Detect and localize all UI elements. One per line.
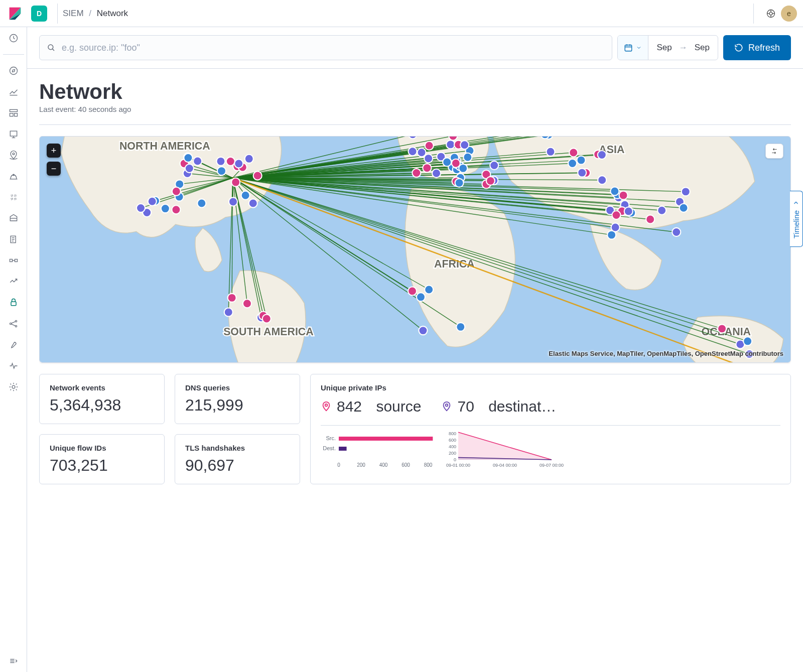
svg-point-210	[672, 228, 681, 236]
nav-recent-icon[interactable]	[8, 32, 20, 44]
svg-marker-11	[12, 70, 15, 72]
space-initial: D	[37, 10, 42, 18]
nav-infra-icon[interactable]	[8, 191, 20, 203]
map-layers-button[interactable]	[765, 144, 783, 159]
svg-point-217	[612, 211, 620, 219]
nav-discover-icon[interactable]	[8, 65, 20, 77]
stat-label: Unique flow IDs	[50, 444, 154, 452]
stat-label: TLS handshakes	[185, 444, 290, 452]
nav-siem-icon[interactable]	[8, 297, 20, 309]
separator	[753, 4, 754, 24]
svg-rect-15	[10, 131, 17, 136]
zoom-in-button[interactable]: +	[47, 144, 61, 158]
svg-point-171	[172, 205, 180, 214]
layers-icon	[770, 148, 779, 155]
query-bar: Sep → Sep Refresh	[27, 27, 803, 69]
svg-point-189	[424, 154, 433, 163]
svg-point-161	[184, 154, 192, 162]
nav-visualize-icon[interactable]	[8, 86, 20, 98]
svg-point-216	[624, 207, 633, 216]
pin-icon	[441, 401, 452, 412]
svg-point-162	[185, 164, 194, 173]
separator	[3, 54, 24, 55]
date-range[interactable]: Sep → Sep	[648, 43, 718, 53]
svg-point-227	[598, 176, 606, 184]
svg-point-240	[417, 293, 425, 301]
svg-line-38	[11, 324, 15, 326]
svg-point-239	[425, 285, 433, 294]
svg-point-225	[577, 156, 585, 165]
svg-rect-45	[625, 45, 632, 51]
breadcrumb-root[interactable]: SIEM	[63, 9, 84, 18]
timeline-flyout-tab[interactable]: Timeline	[790, 191, 803, 247]
svg-rect-14	[14, 113, 17, 116]
svg-point-229	[598, 151, 606, 159]
svg-point-220	[680, 204, 688, 212]
top-chrome: D SIEM / Network e	[0, 0, 803, 27]
ip-dest-count: 70	[457, 398, 474, 415]
date-from: Sep	[656, 43, 672, 53]
stat-value: 5,364,938	[50, 396, 154, 415]
zoom-out-button[interactable]: −	[47, 162, 61, 176]
stat-label: DNS queries	[185, 383, 290, 392]
nav-management-icon[interactable]	[8, 381, 20, 393]
help-icon[interactable]	[761, 4, 781, 24]
svg-point-234	[224, 308, 233, 316]
nav-graph-icon[interactable]	[8, 318, 20, 330]
map-label-na: NORTH AMERICA	[119, 140, 210, 152]
nav-logs-icon[interactable]	[8, 212, 20, 224]
svg-text:600: 600	[401, 462, 410, 468]
svg-point-35	[15, 320, 17, 322]
svg-point-237	[419, 326, 427, 335]
nav-metrics-icon[interactable]	[8, 276, 20, 288]
calendar-icon	[624, 43, 633, 52]
svg-point-202	[490, 161, 498, 170]
svg-point-193	[409, 147, 417, 156]
svg-point-172	[449, 136, 457, 141]
svg-point-192	[425, 142, 434, 150]
space-selector[interactable]: D	[31, 6, 47, 22]
nav-uptime-icon[interactable]	[8, 254, 20, 266]
svg-point-232	[262, 314, 271, 323]
date-quick-select[interactable]	[618, 36, 648, 60]
svg-rect-256	[339, 437, 433, 441]
svg-point-238	[408, 287, 417, 295]
svg-point-157	[226, 157, 235, 166]
network-map[interactable]: NORTH AMERICA SOUTH AMERICA AFRICA ASIA …	[39, 136, 791, 363]
svg-point-34	[10, 323, 11, 324]
nav-maps-icon[interactable]	[8, 149, 20, 161]
svg-line-37	[11, 322, 15, 323]
date-picker[interactable]: Sep → Sep	[617, 35, 718, 60]
nav-devtools-icon[interactable]	[8, 339, 20, 351]
map-zoom-controls: + −	[47, 144, 61, 176]
svg-point-168	[172, 187, 181, 196]
svg-text:200: 200	[357, 462, 365, 468]
refresh-label: Refresh	[748, 43, 780, 53]
nav-canvas-icon[interactable]	[8, 128, 20, 140]
stat-label: Network events	[50, 383, 154, 392]
svg-point-153	[197, 199, 206, 207]
svg-point-147	[231, 178, 240, 187]
search-input[interactable]	[61, 42, 605, 54]
nav-collapse-icon[interactable]	[8, 655, 20, 667]
svg-point-236	[456, 323, 465, 331]
user-avatar[interactable]: e	[781, 6, 797, 22]
nav-apm-icon[interactable]	[8, 233, 20, 245]
kibana-logo[interactable]	[8, 7, 22, 21]
nav-monitoring-icon[interactable]	[8, 360, 20, 372]
svg-point-151	[245, 155, 253, 163]
nav-ml-icon[interactable]	[8, 170, 20, 182]
svg-point-155	[216, 157, 225, 166]
svg-text:600: 600	[449, 438, 456, 443]
ip-source-label: source	[376, 398, 421, 415]
refresh-button[interactable]: Refresh	[723, 35, 791, 60]
svg-point-36	[15, 325, 17, 327]
nav-dashboard-icon[interactable]	[8, 107, 20, 119]
search-input-wrap[interactable]	[39, 35, 612, 60]
breadcrumb-current: Network	[97, 9, 128, 18]
map-attribution: Elastic Maps Service, MapTiler, OpenMapT…	[549, 350, 783, 357]
svg-point-21	[11, 195, 13, 196]
svg-point-253	[325, 404, 328, 407]
svg-rect-258	[339, 447, 347, 451]
chevron-down-icon	[636, 45, 642, 51]
